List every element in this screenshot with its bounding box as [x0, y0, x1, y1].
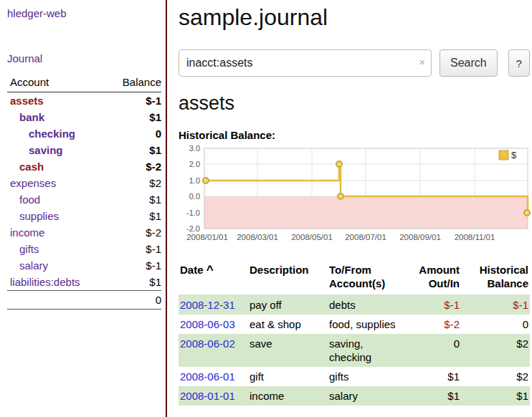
register-header-date[interactable]: Date ^ — [179, 262, 248, 295]
balance-chart: $ 3.0 2.0 1.0 0.0 -1.0 -2.0 2008/01/01 2… — [179, 144, 532, 251]
sort-ascending-icon: ^ — [206, 263, 214, 277]
register-header-amount: Amount Out/In — [406, 262, 461, 295]
account-balance: $-1 — [108, 257, 161, 274]
account-link[interactable]: income — [10, 226, 44, 239]
account-row: salary $-1 — [7, 257, 161, 274]
register-date-link[interactable]: 2008-06-02 — [180, 337, 235, 350]
register-amount: 0 — [406, 334, 461, 367]
register-accounts: food, supplies — [328, 315, 406, 334]
page-title: sample.journal — [179, 4, 532, 31]
register-header-accounts: To/From Account(s) — [328, 262, 406, 295]
register-header-row: Date ^ Description To/From Account(s) Am… — [179, 262, 530, 295]
svg-text:2008/01/01: 2008/01/01 — [186, 233, 228, 241]
account-row: income $-2 — [7, 224, 161, 241]
register-header-description: Description — [248, 262, 328, 295]
journal-link[interactable]: Journal — [7, 52, 42, 64]
account-balance: 0 — [108, 125, 161, 142]
search-input[interactable] — [179, 49, 432, 77]
account-balance: $2 — [108, 175, 161, 191]
register-description: pay off — [248, 295, 328, 315]
register-accounts: salary — [328, 386, 406, 406]
account-row: gifts $-1 — [7, 241, 161, 257]
svg-text:1.0: 1.0 — [189, 176, 200, 185]
accounts-header-account: Account — [7, 75, 108, 92]
legend-swatch — [499, 150, 508, 160]
app-brand: hledger-web — [7, 7, 161, 19]
register-balance: $1 — [461, 386, 530, 406]
register-accounts: debts — [328, 295, 406, 315]
account-link[interactable]: gifts — [19, 243, 39, 255]
account-link[interactable]: supplies — [19, 210, 59, 222]
account-row: food $1 — [7, 191, 161, 208]
register-date-link[interactable]: 2008-12-31 — [180, 299, 235, 311]
svg-text:2.0: 2.0 — [189, 160, 200, 168]
register-amount: $1 — [406, 367, 461, 386]
account-row: saving $1 — [7, 142, 161, 158]
register-accounts: gifts — [328, 367, 406, 386]
account-row: bank $1 — [7, 109, 161, 125]
register-row: 2008-01-01 income salary $1 $1 — [179, 386, 530, 406]
account-link[interactable]: liabilities:debts — [10, 276, 80, 288]
register-amount: $1 — [406, 386, 461, 406]
account-row: cash $-2 — [7, 158, 161, 175]
register-description: gift — [248, 367, 328, 386]
account-balance: $1 — [108, 191, 161, 208]
register-date-link[interactable]: 2008-06-03 — [180, 318, 235, 330]
register-amount: $-1 — [406, 295, 461, 315]
register-row: 2008-06-03 eat & shop food, supplies $-2… — [179, 315, 530, 334]
account-balance: $1 — [108, 208, 161, 224]
search-field-wrap: × — [179, 49, 432, 77]
account-balance: $-2 — [108, 158, 161, 175]
register-date-link[interactable]: 2008-06-01 — [180, 370, 235, 383]
svg-text:2008/07/01: 2008/07/01 — [345, 233, 386, 241]
svg-text:2008/09/01: 2008/09/01 — [399, 233, 441, 241]
account-balance: $1 — [108, 142, 161, 158]
chart-legend: $ — [499, 150, 517, 160]
register-balance: $2 — [461, 367, 530, 386]
account-balance: $1 — [108, 109, 161, 125]
svg-text:2008/03/01: 2008/03/01 — [237, 233, 278, 241]
account-balance: $-2 — [108, 224, 161, 241]
accounts-total-row: 0 — [7, 291, 161, 310]
account-link[interactable]: assets — [10, 95, 44, 107]
account-balance: $1 — [108, 274, 161, 291]
register-date-link[interactable]: 2008-01-01 — [180, 390, 235, 402]
register-row: 2008-06-01 gift gifts $1 $2 — [179, 367, 530, 386]
account-link[interactable]: checking — [29, 128, 75, 140]
svg-text:2008/05/01: 2008/05/01 — [291, 233, 333, 241]
search-button[interactable]: Search — [440, 49, 498, 77]
search-bar: × Search ? — [179, 49, 532, 77]
help-button[interactable]: ? — [508, 49, 530, 77]
register-description: save — [248, 334, 328, 367]
account-row: supplies $1 — [7, 208, 161, 224]
accounts-header-row: Account Balance — [7, 75, 161, 92]
nav-journal: Journal — [7, 52, 161, 64]
legend-label: $ — [511, 150, 517, 160]
account-link[interactable]: salary — [19, 259, 48, 272]
accounts-total: 0 — [108, 291, 161, 310]
chart-y-axis: 3.0 2.0 1.0 0.0 -1.0 -2.0 — [186, 144, 200, 233]
account-balance: $-1 — [108, 241, 161, 257]
chart-heading: Historical Balance: — [179, 129, 532, 141]
register-description: eat & shop — [248, 315, 328, 334]
register-header-balance: Historical Balance — [461, 262, 530, 295]
register-accounts: saving, checking — [328, 334, 406, 367]
account-link[interactable]: expenses — [10, 177, 56, 189]
account-row: liabilities:debts $1 — [7, 274, 161, 291]
account-balance: $-1 — [108, 92, 161, 110]
account-link[interactable]: bank — [19, 111, 44, 123]
register-table: Date ^ Description To/From Account(s) Am… — [179, 262, 530, 406]
account-link[interactable]: cash — [19, 160, 44, 173]
brand-link[interactable]: hledger-web — [7, 7, 67, 19]
account-link[interactable]: saving — [29, 144, 63, 156]
accounts-header-balance: Balance — [108, 75, 161, 92]
svg-text:2008/11/01: 2008/11/01 — [455, 233, 495, 241]
svg-text:-2.0: -2.0 — [186, 224, 200, 233]
account-link[interactable]: food — [19, 193, 40, 206]
account-row: assets $-1 — [7, 92, 161, 110]
register-balance: $-1 — [461, 295, 530, 315]
sidebar: hledger-web Journal Account Balance asse… — [0, 0, 167, 417]
register-balance: 0 — [461, 315, 530, 334]
clear-search-icon[interactable]: × — [419, 56, 425, 68]
register-row: 2008-06-02 save saving, checking 0 $2 — [179, 334, 530, 367]
